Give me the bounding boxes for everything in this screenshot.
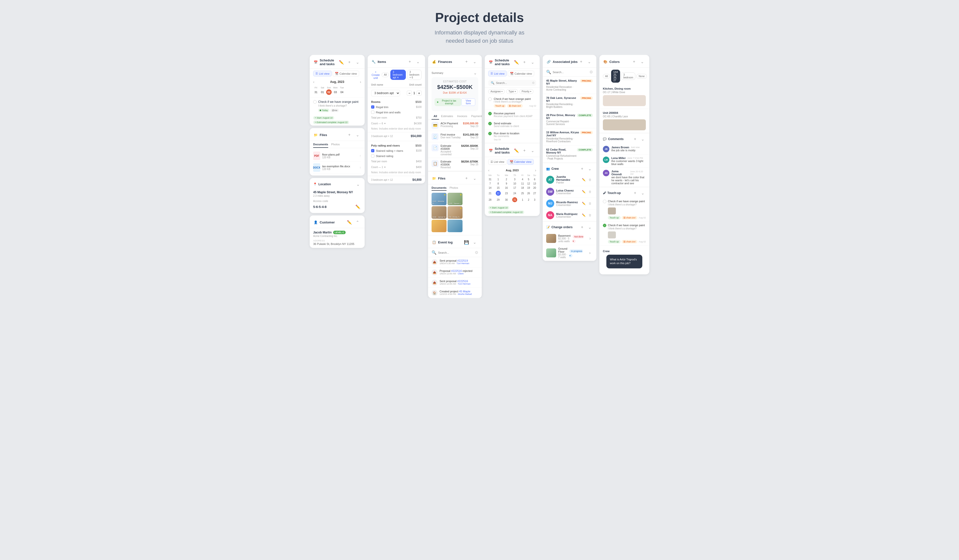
crew-1-delete-btn[interactable]: 🗑 [588,189,593,194]
co-basement-expand[interactable]: › [587,235,593,242]
touchup-add-btn[interactable]: + [632,190,638,196]
crew-add-btn[interactable]: + [579,165,585,172]
task2-1-checkbox[interactable] [488,97,492,101]
schedule-more-btn[interactable]: ⌄ [354,59,361,65]
touchup-more-btn[interactable]: ⌄ [639,190,646,196]
schedule2-add-btn[interactable]: + [521,59,528,65]
stained-risers-checkbox[interactable]: ✓ [371,149,374,152]
task2-2-checkbox[interactable]: ✓ [488,112,492,115]
co-more-btn[interactable]: ⌄ [586,224,593,231]
jobs-search-input[interactable] [553,71,588,74]
task-1-checkbox[interactable] [313,100,317,103]
job-5[interactable]: 62 Cedar Road, Monsey NY Commercial Refu… [543,146,596,163]
create-unit-btn[interactable]: + Create unit [371,70,380,80]
list-view-btn[interactable]: ☰ List view [313,71,332,76]
colors-filter-all[interactable]: All [603,74,610,79]
finances-add-btn[interactable]: + [463,59,470,65]
regal-trim-checkbox[interactable]: ✓ [371,105,374,108]
job-1[interactable]: 45 Maple Street, Albany NY Residential R… [543,76,596,94]
schedule2-search[interactable] [496,81,530,84]
crew-more-btn[interactable]: ⌄ [586,165,593,172]
customer-expand-btn[interactable]: ⌃ [354,219,361,226]
tab-documents[interactable]: Documents [313,143,328,148]
customer-edit-btn[interactable]: ✏️ [346,219,353,226]
comments-more-btn[interactable]: ⌄ [639,136,646,142]
filter-3bed[interactable]: 3 bedroom apt ✕ [390,70,406,80]
items-add-btn[interactable]: + [406,59,413,65]
fin-tab-estimates[interactable]: Estimates [439,113,455,119]
co-ground-expand[interactable]: › [587,250,593,256]
schedule2-list-btn[interactable]: ☰ List view [488,71,507,76]
stained-railing-checkbox[interactable] [371,154,374,158]
schedule2-edit-btn[interactable]: ✏️ [513,59,520,65]
crew-2-delete-btn[interactable]: 🗑 [588,201,593,206]
job-4[interactable]: 15 Willow Avenue, Kiryas Joel NY Residen… [543,128,596,146]
schedule3-edit-btn[interactable]: ✏️ [513,147,520,154]
job-3[interactable]: 29 Pine Drive, Monsey NY Commercial Repa… [543,111,596,128]
location-collapse-btn[interactable]: ⌄ [355,181,361,188]
crew-1-edit-btn[interactable]: ✏️ [581,189,586,194]
event-search-input[interactable] [438,251,473,254]
touchup-1-checkbox[interactable] [603,200,606,203]
fin-files-add-btn[interactable]: + [463,175,470,181]
priority-chip[interactable]: Priority ▾ [519,89,534,94]
filter-all[interactable]: All [382,72,389,77]
schedule3-calendar-btn[interactable]: 📆 Calendar view [508,159,534,165]
items-more-btn[interactable]: ⌄ [414,59,421,65]
fin-docs-tab[interactable]: Documents [432,186,446,191]
schedule-edit-btn[interactable]: ✏️ [338,59,345,65]
schedule2-more-btn[interactable]: ⌄ [529,59,536,65]
jobs-more-btn[interactable]: ⌄ [586,59,593,65]
fin-tab-all[interactable]: All [432,113,439,119]
crew-3-edit-btn[interactable]: ✏️ [581,212,586,218]
colors-filter-none[interactable]: None [636,74,647,79]
co-add-btn[interactable]: + [579,224,585,231]
schedule3-more-btn[interactable]: ⌄ [529,147,536,154]
crew-luisa: SW Luisa Chavez Crewmember ✏️ 🗑 [543,186,596,198]
schedule3-add-btn[interactable]: + [521,147,528,154]
colors-filter-unit[interactable]: Unit 25, 26, 27 [611,70,620,83]
tab-photos[interactable]: Photos [331,143,339,148]
schedule3-list-btn[interactable]: ☰ List view [488,159,507,165]
qty-decrease-btn[interactable]: − [407,91,412,95]
jobs-header: 🔗 Associated jobs + ⌄ [543,55,596,68]
regal-trim-walls-checkbox[interactable] [371,111,374,114]
access-edit-btn[interactable]: ✏️ [355,204,361,210]
cal3-prev-btn[interactable]: ‹ [488,168,489,172]
job-2[interactable]: 78 Oak Lane, Syracuse NY Residential Rem… [543,94,596,111]
comments-add-btn[interactable]: + [632,136,638,142]
qty-increase-btn[interactable]: + [417,91,422,95]
type-chip[interactable]: Type ▾ [506,89,518,94]
schedule2-calendar-btn[interactable]: 📆 Calendar view [508,71,534,76]
crew-0-edit-btn[interactable]: ✏️ [581,177,586,183]
crew-2-edit-btn[interactable]: ✏️ [581,201,586,206]
prev-month-btn[interactable]: ‹ [313,80,314,84]
colors-add-btn[interactable]: + [631,59,637,65]
unit-name-select[interactable]: 3 bedroom apt [371,90,400,96]
calendar-view-btn[interactable]: 📆 Calendar view [333,71,359,76]
touchup-2-checkbox[interactable]: ✓ [603,224,606,227]
next-month-btn[interactable]: › [360,80,361,84]
cal3-next-btn[interactable]: › [535,168,536,172]
fin-tab-invoices[interactable]: Invoices [455,113,469,119]
crew-0-delete-btn[interactable]: 🗑 [588,177,593,183]
fin-files-more-btn[interactable]: ⌄ [471,175,478,181]
jobs-add-btn[interactable]: + [578,59,585,65]
schedule-add-btn[interactable]: + [346,59,353,65]
summary-expand-btn[interactable]: ⌄ [472,70,478,76]
crew-3-delete-btn[interactable]: 🗑 [588,212,593,218]
task2-3-checkbox[interactable]: ✓ [488,122,492,125]
event-log-more-btn[interactable]: ⌄ [471,239,478,245]
fin-photos-tab[interactable]: Photos [449,186,458,191]
event-log-save-btn[interactable]: 💾 [463,239,470,245]
files-more-btn[interactable]: ⌄ [354,132,361,138]
assignee-chip[interactable]: Assignee ▾ [488,89,505,94]
colors-filter-3bed[interactable]: 3 bedroom [621,72,636,80]
files-add-btn[interactable]: + [346,132,353,138]
filter-3plus[interactable]: 3 bedroom + 6 [407,70,422,80]
colors-more-btn[interactable]: ⌄ [639,59,645,65]
fin-tab-payments[interactable]: Payments [469,113,482,119]
task2-4-checkbox[interactable]: ✓ [488,132,492,135]
view-form-btn[interactable]: View form [461,99,475,106]
finances-more-btn[interactable]: ⌄ [471,59,478,65]
